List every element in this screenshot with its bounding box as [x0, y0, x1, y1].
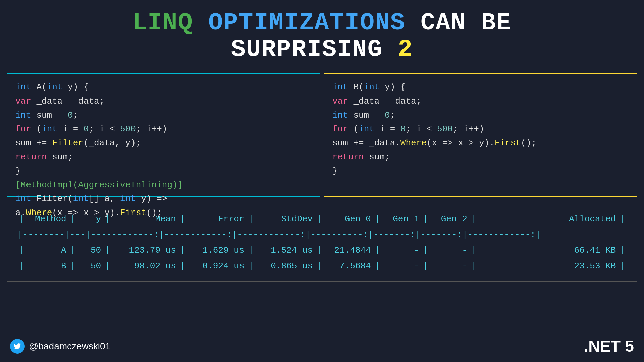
row-b-allocated: 23.53 KB [478, 258, 619, 274]
code-right-line-7: } [332, 164, 629, 178]
twitter-icon [10, 339, 25, 354]
row-b-stddev: 0.865 us [255, 258, 315, 274]
row-a-error: 1.629 us [186, 243, 247, 258]
row-b-gen2: - [430, 258, 470, 274]
row-b-gen1: - [381, 258, 422, 274]
code-line-9: int Filter(int[] a, int y) => [15, 192, 312, 206]
net-version-badge: .NET 5 [584, 337, 634, 355]
code-line-6: return sum; [15, 150, 312, 164]
code-line-5: sum += Filter(_data, y); [15, 136, 312, 150]
row-b-gen0: 7.5684 [323, 258, 374, 274]
row-a-method: A [25, 243, 69, 258]
row-b-error: 0.924 us [186, 258, 247, 274]
code-right-line-3: int sum = 0; [332, 109, 629, 123]
row-a-gen1: - [381, 243, 422, 258]
code-right-line-2: var _data = data; [332, 95, 629, 109]
can-be-text: CAN BE [421, 9, 512, 37]
surprising-text: SURPRISING [231, 36, 383, 63]
code-right-line-5: sum += _data.Where(x => x > y).First(); [332, 136, 629, 150]
optimizations-text: OPTIMIZATIONS [208, 9, 406, 37]
linq-text: LINQ [132, 9, 193, 37]
row-b-mean: 98.02 us [112, 258, 179, 274]
code-panel-right: int B(int y) { var _data = data; int sum… [324, 73, 637, 197]
code-line-1: int A(int y) { [15, 80, 312, 95]
code-line-3: int sum = 0; [15, 109, 312, 123]
code-right-line-4: for (int i = 0; i < 500; i++) [332, 122, 629, 136]
header-line1: LINQ OPTIMIZATIONS CAN BE [7, 10, 637, 37]
col-allocated: Allocated [478, 211, 619, 227]
row-a-gen0: 21.4844 [323, 243, 374, 258]
twitter-username: @badamczewski01 [29, 341, 110, 352]
row-a-mean: 123.79 us [112, 243, 179, 258]
row-b-y: 50 [77, 258, 104, 274]
col-gen1: Gen 1 [381, 211, 422, 227]
table-separator: |--------|---|------------:|------------… [17, 227, 627, 243]
code-panels: int A(int y) { var _data = data; int sum… [0, 70, 644, 200]
code-right-line-6: return sum; [332, 150, 629, 164]
row-a-stddev: 1.524 us [255, 243, 315, 258]
code-line-7: } [15, 164, 312, 178]
row-a-allocated: 66.41 KB [478, 243, 619, 258]
twitter-handle: @badamczewski01 [10, 339, 110, 354]
row-a-y: 50 [77, 243, 104, 258]
code-line-2: var _data = data; [15, 95, 312, 109]
col-gen2: Gen 2 [430, 211, 470, 227]
page-header: LINQ OPTIMIZATIONS CAN BE SURPRISING 2 [0, 0, 644, 70]
benchmark-table: | Method | y | Mean | Error | StdDev | G… [17, 211, 627, 274]
row-a-gen2: - [430, 243, 470, 258]
code-line-4: for (int i = 0; i < 500; i++) [15, 122, 312, 136]
footer: @badamczewski01 .NET 5 [0, 337, 644, 355]
code-line-8: [MethodImpl(AggressiveInlining)] [15, 178, 312, 192]
col-gen0: Gen 0 [323, 211, 374, 227]
code-line-10: a.Where(x => x > y).First(); [15, 206, 312, 220]
row-b-method: B [25, 258, 69, 274]
header-line2: SURPRISING 2 [7, 37, 637, 63]
code-panel-left: int A(int y) { var _data = data; int sum… [7, 73, 320, 197]
table-row: | B | 50 | 98.02 us | 0.924 us | 0.865 u… [17, 258, 627, 274]
code-right-line-1: int B(int y) { [332, 80, 629, 95]
number-text: 2 [398, 36, 413, 63]
table-row: | A | 50 | 123.79 us | 1.629 us | 1.524 … [17, 243, 627, 258]
